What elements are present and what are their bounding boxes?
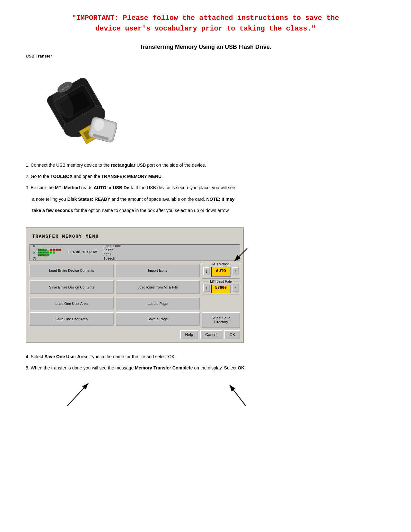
seg (47, 254, 49, 256)
left-col-3: Load One User Area (30, 297, 114, 310)
level-bar-row-3 (38, 254, 61, 256)
usb-drive-svg: SanDisk (26, 62, 148, 152)
save-entire-btn[interactable]: Save Entire Device Contents (30, 280, 114, 294)
level-bar-row-1 (38, 249, 61, 251)
seg (41, 249, 44, 251)
seg (38, 252, 41, 253)
step5: 5. When the transfer is done you will se… (26, 364, 385, 372)
instructions-list: 1. Connect the USB memory device to the … (26, 161, 385, 372)
seg (53, 252, 55, 253)
step4-end: . Type in the name for the file and sele… (87, 354, 176, 359)
mti-method-down-btn[interactable]: ↓ (203, 267, 210, 275)
seg (58, 249, 61, 251)
load-icons-mte-btn[interactable]: Load Icons from MTE File (116, 280, 200, 294)
caps-lock-flag: Caps Lock (103, 244, 121, 248)
step1-pre: 1. Connect the USB memory device to the (26, 163, 111, 168)
mti-method-label: MTI Method (211, 262, 231, 267)
mid-col-4: Save a Page (116, 312, 200, 328)
level-bars (38, 249, 61, 256)
step1: 1. Connect the USB memory device to the … (26, 161, 385, 169)
import-icons-btn[interactable]: Import Icons (116, 264, 200, 277)
seg (44, 249, 47, 251)
step3-line1: 3. Be sure the MTI Method reads AUTO or … (26, 184, 385, 192)
step2-end: . (162, 174, 163, 179)
right-col-3 (202, 297, 240, 310)
step3-pre: 3. Be sure the (26, 185, 55, 190)
step3-indent-mid: and the amount of space available on the… (110, 197, 206, 202)
seg (41, 252, 44, 253)
mti-baud-up-btn[interactable]: ↑ (232, 284, 239, 292)
svg-line-15 (67, 383, 88, 406)
menu-screenshot: TRANSFER MEMORY MENU 🖥 🔊 🎧 (26, 227, 244, 343)
step3-bold3: USB Disk (113, 185, 133, 190)
select-save-dir-btn[interactable]: Select Save Directory (202, 312, 240, 328)
help-btn[interactable]: Help (180, 330, 198, 339)
step5-pre: 5. When the transfer is done you will se… (26, 365, 135, 370)
right-col: MTI Method ↓ AUTO ↑ (202, 264, 240, 278)
mid-col-2: Load Icons from MTE File (116, 280, 200, 294)
cancel-btn[interactable]: Cancel (200, 330, 222, 339)
menu-row-4: Save One User Area Save a Page Select Sa… (30, 312, 240, 328)
step3-mid1: reads (80, 185, 94, 190)
step3-indent-pre: a note telling you (32, 197, 67, 202)
seg (47, 249, 49, 251)
step1-bold: rectangular (111, 163, 135, 168)
right-col-2: MTI Baud Rate ↓ 57600 ↑ (202, 280, 240, 295)
menu-title: TRANSFER MEMORY MENU (30, 231, 240, 242)
seg (44, 252, 47, 253)
load-one-user-btn[interactable]: Load One User Area (30, 297, 114, 310)
shift-flag: Shift (103, 248, 121, 253)
seg (41, 254, 44, 256)
step3-bold2: AUTO (94, 185, 106, 190)
step3-indent2-bold: take a few seconds (32, 208, 73, 213)
mti-baud-down-btn[interactable]: ↓ (203, 284, 210, 292)
important-line1: "IMPORTANT: Please follow the attached i… (72, 14, 339, 22)
step2-bold2: TRANSFER MEMORY MENU (101, 174, 162, 179)
step4-pre: 4. Select (26, 354, 44, 359)
important-line2: device user's vocabulary prior to taking… (95, 25, 316, 33)
step2-pre: 2. Go to the (26, 174, 50, 179)
seg (56, 249, 58, 251)
status-icons: 🖥 🔊 🎧 (32, 243, 36, 262)
menu-row-1: Load Entire Device Contents Import Icons… (30, 264, 240, 278)
headphone-icon: 🎧 (32, 256, 36, 262)
step3-indent-bold2: NOTE: It may (206, 197, 234, 202)
right-col-4: Select Save Directory (202, 312, 240, 328)
seg (38, 249, 41, 251)
step3-indent1: a note telling you Disk Status: READY an… (32, 195, 385, 203)
menu-screenshot-wrapper: TRANSFER MEMORY MENU 🖥 🔊 🎧 (26, 223, 244, 348)
seg (50, 249, 52, 251)
main-title: Transferring Memory Using an USB Flash D… (26, 44, 385, 50)
usb-label: USB Transfer (26, 54, 385, 58)
step2: 2. Go to the TOOLBOX and open the TRANSF… (26, 173, 385, 181)
bottom-buttons: Help Cancel OK (30, 330, 240, 339)
seg (38, 254, 41, 256)
speaker-icon: 🔊 (32, 250, 36, 255)
load-page-btn[interactable]: Load a Page (116, 297, 200, 310)
speech-flag: Speech (103, 257, 121, 261)
step4-bold: Save One User Area (44, 354, 87, 359)
save-one-user-btn[interactable]: Save One User Area (30, 312, 114, 326)
step2-mid: and open the (73, 174, 101, 179)
mti-baud-group: MTI Baud Rate ↓ 57600 ↑ (202, 281, 240, 295)
mti-method-up-btn[interactable]: ↑ (232, 267, 239, 275)
step3-bold1: MTI Method (55, 185, 80, 190)
ok-btn[interactable]: OK (224, 330, 240, 339)
save-page-btn[interactable]: Save a Page (116, 312, 200, 326)
load-entire-btn[interactable]: Load Entire Device Contents (30, 264, 114, 277)
seg (50, 252, 52, 253)
seg (53, 249, 55, 251)
svg-line-16 (230, 385, 246, 406)
monitor-icon: 🖥 (32, 243, 36, 249)
menu-row-3: Load One User Area Load a Page (30, 297, 240, 310)
seg (47, 252, 49, 253)
step5-bold1: Memory Transfer Complete (135, 365, 193, 370)
status-flags: Caps Lock Shift Ctrl Speech (103, 244, 121, 261)
step3-indent2: take a few seconds for the option name t… (32, 207, 385, 215)
important-header: "IMPORTANT: Please follow the attached i… (26, 13, 385, 34)
step3-indent2-end: for the option name to change in the box… (73, 208, 229, 213)
mti-method-group: MTI Method ↓ AUTO ↑ (202, 264, 240, 278)
step5-bold2: OK (238, 365, 244, 370)
mti-baud-label: MTI Baud Rate (209, 279, 233, 285)
left-col: Load Entire Device Contents (30, 264, 114, 277)
